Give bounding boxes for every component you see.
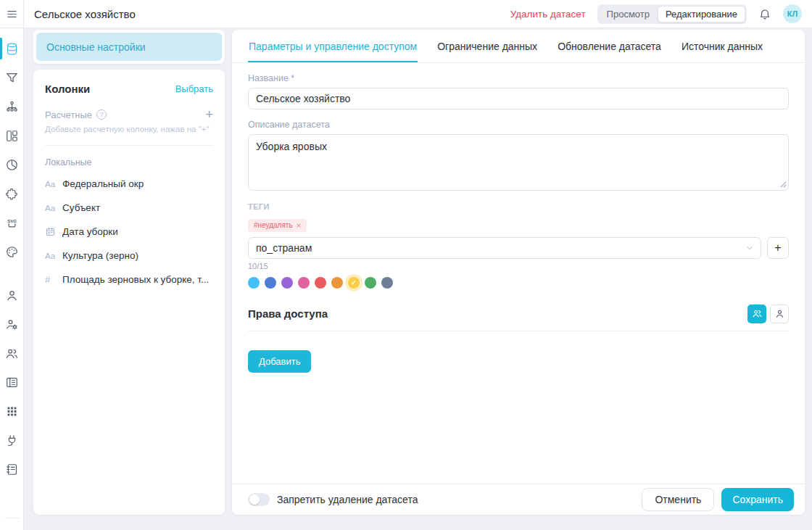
add-access-button[interactable]: Добавить	[248, 350, 311, 373]
svg-text:SVG: SVG	[7, 218, 17, 223]
color-swatch[interactable]: ✓	[348, 277, 360, 289]
tag-color-picker: ✓	[248, 277, 789, 289]
field-list: Aa Федеральный окр Aa Субъект Дата уборк…	[45, 172, 213, 291]
page-title: Сельское хозяйство	[34, 8, 136, 20]
svg-icon[interactable]: SVG	[0, 208, 23, 237]
tag-input[interactable]	[248, 237, 761, 259]
field-row[interactable]: Дата уборки	[45, 220, 213, 244]
tab-dataset-update[interactable]: Обновление датасета	[557, 30, 662, 62]
settings-nav-card: Основные настройки	[33, 30, 225, 64]
local-columns-label: Локальные	[45, 157, 213, 167]
tag-chip: #неудалять ×	[248, 219, 307, 232]
calculated-hint: Добавьте расчетную колонку, нажав на "+"	[45, 125, 213, 133]
connections-icon[interactable]	[0, 426, 23, 455]
columns-select-link[interactable]: Выбрать	[175, 83, 213, 94]
users-view-button[interactable]	[770, 305, 789, 323]
icon-rail: SVG	[0, 0, 24, 530]
tabs: Параметры и управление доступом Ограниче…	[232, 30, 805, 63]
mode-toggle: Просмотр Редактирование	[597, 4, 747, 24]
name-input[interactable]	[248, 88, 789, 109]
field-row[interactable]: # Площадь зерновых к уборке, т...	[45, 268, 213, 291]
dataset-settings-panel: Параметры и управление доступом Ограниче…	[232, 30, 805, 515]
news-icon[interactable]	[0, 368, 23, 397]
tab-params-access[interactable]: Параметры и управление доступом	[248, 30, 418, 62]
footer-bar: Запретить удаление датасета Отменить Сох…	[232, 484, 805, 515]
hierarchy-icon[interactable]	[0, 92, 23, 121]
tab-data-source[interactable]: Источник данных	[681, 30, 763, 62]
date-type-icon	[45, 226, 62, 237]
save-button[interactable]: Сохранить	[721, 488, 794, 511]
journal-icon[interactable]	[0, 455, 23, 484]
field-row[interactable]: Aa Культура (зерно)	[45, 244, 213, 268]
app-header: Сельское хозяйство Удалить датасет Просм…	[24, 0, 812, 28]
users-group-icon[interactable]	[0, 339, 23, 368]
color-swatch[interactable]	[381, 277, 393, 289]
mode-edit-button[interactable]: Редактирование	[658, 6, 745, 22]
tag-char-counter: 10/15	[248, 262, 789, 270]
pie-chart-icon[interactable]	[0, 150, 23, 179]
tags-label: ТЕГИ	[248, 202, 789, 211]
filter-icon[interactable]	[0, 63, 23, 92]
layout-icon[interactable]	[0, 121, 23, 150]
color-swatch[interactable]	[281, 277, 293, 289]
sidebar-item-main-settings[interactable]: Основные настройки	[36, 33, 222, 61]
groups-view-button[interactable]	[747, 305, 766, 323]
notifications-bell-icon[interactable]	[758, 7, 771, 20]
user-icon[interactable]	[0, 281, 23, 310]
palette-icon[interactable]	[0, 237, 23, 266]
color-swatch[interactable]	[331, 277, 343, 289]
help-icon[interactable]: ?	[96, 109, 107, 120]
number-type-icon: #	[45, 274, 62, 285]
apps-grid-icon[interactable]	[0, 397, 23, 426]
user-settings-icon[interactable]	[0, 310, 23, 339]
tab-data-restriction[interactable]: Ограничение данных	[436, 30, 538, 62]
mode-view-button[interactable]: Просмотр	[599, 6, 658, 22]
columns-title: Колонки	[45, 83, 90, 95]
plugin-icon[interactable]	[0, 179, 23, 208]
datasets-icon[interactable]	[0, 34, 23, 63]
color-swatch[interactable]	[315, 277, 326, 289]
description-label: Описание датасета	[248, 120, 789, 130]
forbid-delete-toggle[interactable]	[248, 493, 270, 506]
access-rights-title: Права доступа	[248, 307, 328, 320]
add-tag-button[interactable]: +	[767, 237, 789, 259]
color-swatch[interactable]	[365, 277, 376, 289]
calculated-label: Расчетные	[45, 109, 92, 120]
string-type-icon: Aa	[45, 180, 62, 189]
field-row[interactable]: Aa Федеральный окр	[45, 172, 213, 196]
header-divider	[0, 28, 812, 28]
divider	[248, 331, 789, 331]
avatar[interactable]: КЛ	[783, 4, 802, 23]
forbid-delete-label: Запретить удаление датасета	[277, 494, 418, 505]
string-type-icon: Aa	[45, 252, 62, 260]
description-textarea[interactable]: Уборка яровых	[248, 134, 789, 191]
delete-dataset-link[interactable]: Удалить датасет	[510, 9, 586, 20]
field-row[interactable]: Aa Субъект	[45, 196, 213, 220]
string-type-icon: Aa	[45, 204, 62, 212]
name-label: Название *	[248, 73, 789, 83]
divider	[45, 145, 213, 146]
color-swatch[interactable]	[298, 277, 310, 289]
menu-icon[interactable]	[0, 0, 23, 28]
add-calculated-column-button[interactable]: +	[205, 108, 213, 121]
color-swatch[interactable]	[248, 277, 260, 289]
remove-tag-icon[interactable]: ×	[297, 221, 301, 230]
color-swatch[interactable]	[265, 277, 276, 289]
columns-panel: Колонки Выбрать Расчетные ? + Добавьте р…	[33, 70, 225, 515]
cancel-button[interactable]: Отменить	[642, 488, 714, 511]
